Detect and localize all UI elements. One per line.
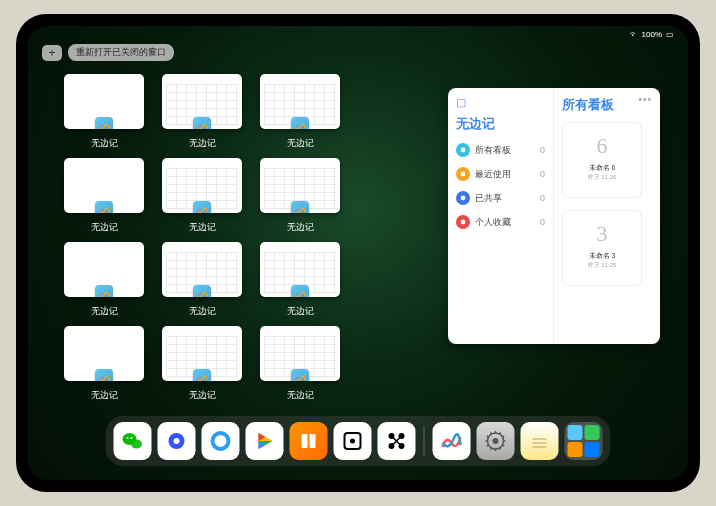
freeform-app-window[interactable]: ••• ▢ 无边记 所有看板 0 最近使用 0 已共享 0 个人收藏 0 所有看… <box>448 88 660 344</box>
sidebar-item-label: 所有看板 <box>475 144 535 157</box>
window-thumbnail <box>162 74 242 129</box>
window-thumbnail <box>260 242 340 297</box>
freeform-app-icon <box>193 285 211 297</box>
window-tile[interactable]: 无边记 <box>160 326 244 402</box>
dock-recent-freeform[interactable] <box>433 422 471 460</box>
sidebar-title: 无边记 <box>456 115 545 133</box>
svg-line-29 <box>487 436 489 437</box>
stage-manager-grid: 无边记 无边记 无边记 无边记 <box>62 74 440 402</box>
window-tile[interactable]: 无边记 <box>258 158 342 234</box>
freeform-app-icon <box>95 285 113 297</box>
window-label: 无边记 <box>91 305 118 318</box>
window-tile[interactable]: 无边记 <box>258 242 342 318</box>
sidebar-toggle-icon[interactable]: ▢ <box>456 96 545 109</box>
dock-app-connect[interactable] <box>378 422 416 460</box>
dock-app-dice[interactable] <box>334 422 372 460</box>
board-drawing: 3 <box>597 221 608 247</box>
sidebar-item[interactable]: 个人收藏 0 <box>456 215 545 229</box>
window-tile[interactable]: 无边记 <box>160 74 244 150</box>
board-thumbnail[interactable]: 6 未命名 6 昨天 11:26 <box>562 122 642 198</box>
window-tile[interactable]: 无边记 <box>62 326 146 402</box>
dock-app-qqbrowser[interactable]: HD <box>202 422 240 460</box>
window-thumbnail <box>162 158 242 213</box>
top-bar: + 重新打开已关闭的窗口 <box>42 44 174 61</box>
sidebar-item-icon <box>456 143 470 157</box>
svg-text:HD: HD <box>217 446 225 452</box>
svg-point-2 <box>461 196 466 201</box>
dock-app-quark[interactable] <box>158 422 196 460</box>
sidebar-item-count: 0 <box>540 217 545 227</box>
window-label: 无边记 <box>91 221 118 234</box>
window-tile[interactable]: 无边记 <box>62 74 146 150</box>
svg-line-32 <box>500 432 501 434</box>
dock-app-play[interactable] <box>246 422 284 460</box>
dock-app-library[interactable] <box>565 422 603 460</box>
window-tile[interactable]: 无边记 <box>160 158 244 234</box>
svg-line-30 <box>491 432 492 434</box>
dock-app-wechat[interactable] <box>114 422 152 460</box>
window-label: 无边记 <box>287 221 314 234</box>
window-label: 无边记 <box>189 305 216 318</box>
status-bar: ᯤ 100% ▭ <box>630 30 674 39</box>
svg-point-9 <box>174 438 180 444</box>
svg-line-24 <box>500 448 501 450</box>
window-label: 无边记 <box>189 389 216 402</box>
board-subtitle: 昨天 11:26 <box>588 173 617 182</box>
svg-line-26 <box>491 448 492 450</box>
screen: ᯤ 100% ▭ + 重新打开已关闭的窗口 无边记 无边记 <box>28 26 688 480</box>
window-thumbnail <box>64 74 144 129</box>
svg-line-23 <box>502 445 504 446</box>
window-thumbnail <box>260 158 340 213</box>
freeform-sidebar: ▢ 无边记 所有看板 0 最近使用 0 已共享 0 个人收藏 0 <box>448 88 554 344</box>
window-thumbnail <box>162 242 242 297</box>
board-subtitle: 昨天 11:25 <box>588 261 617 270</box>
board-title: 未命名 6 <box>589 163 616 173</box>
freeform-app-icon <box>291 369 309 381</box>
window-thumbnail <box>162 326 242 381</box>
board-title: 未命名 3 <box>589 251 616 261</box>
svg-rect-13 <box>310 434 316 448</box>
dock-separator <box>424 426 425 456</box>
freeform-app-icon <box>291 201 309 213</box>
wifi-icon: ᯤ <box>630 30 638 39</box>
sidebar-item-label: 已共享 <box>475 192 535 205</box>
dock-recent-notes[interactable] <box>521 422 559 460</box>
sidebar-item[interactable]: 已共享 0 <box>456 191 545 205</box>
sidebar-item-icon <box>456 215 470 229</box>
freeform-app-icon <box>193 117 211 129</box>
window-label: 无边记 <box>287 389 314 402</box>
sidebar-item-icon <box>456 191 470 205</box>
window-tile[interactable]: 无边记 <box>258 326 342 402</box>
freeform-app-icon <box>291 285 309 297</box>
freeform-content: 所有看板 6 未命名 6 昨天 11:26 3 未命名 3 昨天 11:25 <box>554 88 660 344</box>
more-icon[interactable]: ••• <box>638 94 652 105</box>
svg-point-15 <box>350 439 355 444</box>
window-tile[interactable]: 无边记 <box>258 74 342 150</box>
window-tile[interactable]: 无边记 <box>62 242 146 318</box>
svg-line-27 <box>487 445 489 446</box>
reopen-closed-window-button[interactable]: 重新打开已关闭的窗口 <box>68 44 174 61</box>
window-tile[interactable]: 无边记 <box>160 242 244 318</box>
freeform-app-icon <box>95 201 113 213</box>
sidebar-item[interactable]: 所有看板 0 <box>456 143 545 157</box>
svg-point-3 <box>461 220 466 225</box>
svg-point-21 <box>493 438 499 444</box>
svg-point-7 <box>131 437 133 439</box>
svg-point-1 <box>461 172 466 177</box>
freeform-app-icon <box>95 369 113 381</box>
sidebar-item[interactable]: 最近使用 0 <box>456 167 545 181</box>
svg-point-5 <box>131 440 142 449</box>
freeform-app-icon <box>193 201 211 213</box>
dock-app-books[interactable] <box>290 422 328 460</box>
battery-label: 100% <box>642 30 662 39</box>
window-label: 无边记 <box>189 137 216 150</box>
svg-rect-12 <box>302 434 308 448</box>
window-thumbnail <box>260 326 340 381</box>
freeform-app-icon <box>95 117 113 129</box>
board-thumbnail[interactable]: 3 未命名 3 昨天 11:25 <box>562 210 642 286</box>
freeform-app-icon <box>291 117 309 129</box>
window-tile[interactable]: 无边记 <box>62 158 146 234</box>
new-window-button[interactable]: + <box>42 45 62 61</box>
dock-recent-settings[interactable] <box>477 422 515 460</box>
battery-icon: ▭ <box>666 30 674 39</box>
